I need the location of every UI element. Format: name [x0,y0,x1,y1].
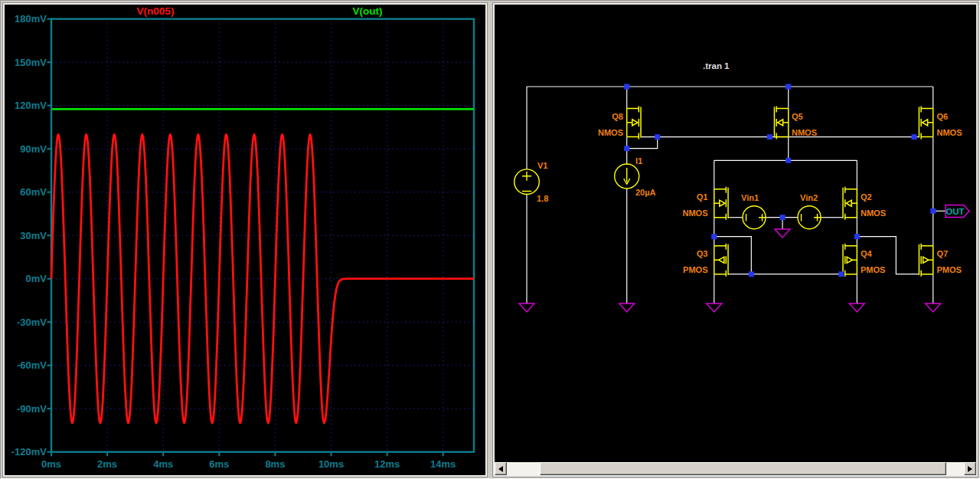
junction-node [749,271,754,277]
x-tick-label: 2ms [97,458,117,470]
y-tick-label: -90mV [17,403,47,415]
out-port-label[interactable]: OUT [946,207,964,216]
tran-directive[interactable]: .tran 1 [703,61,730,71]
label-Vin2[interactable]: Vin2 [800,193,818,202]
horizontal-scrollbar[interactable] [495,462,976,475]
waveform-panel[interactable]: 180mV150mV120mV90mV60mV30mV0mV-30mV-60mV… [3,3,487,477]
plot-background [5,5,485,475]
junction-node [786,84,791,90]
right-arrow-icon [968,466,972,472]
y-tick-label: -60mV [17,359,47,371]
junction-node [930,208,936,214]
junction-node [624,146,629,151]
label-Vin1[interactable]: Vin1 [741,193,759,202]
x-tick-label: 10ms [318,458,344,470]
scrollbar-thumb[interactable] [540,462,946,475]
waveform-plot[interactable]: 180mV150mV120mV90mV60mV30mV0mV-30mV-60mV… [5,5,485,475]
transistor-model-Q1[interactable]: NMOS [683,208,708,218]
transistor-model-Q7[interactable]: PMOS [937,265,962,274]
junction-node [711,234,717,239]
y-tick-label: 60mV [20,186,47,198]
x-tick-label: 8ms [265,458,285,470]
value-V1[interactable]: 1.8 [537,194,548,203]
transistor-ref-Q8[interactable]: Q8 [612,112,623,121]
transistor-model-Q4[interactable]: PMOS [861,265,885,274]
transistor-model-Q8[interactable]: NMOS [598,128,623,137]
junction-node [624,84,629,90]
transistor-model-Q3[interactable]: PMOS [683,265,707,274]
x-tick-label: 14ms [430,458,456,470]
trace-label-vn005[interactable]: V(n005) [137,5,175,17]
scroll-right-button[interactable] [964,462,976,475]
y-tick-label: 180mV [15,13,47,25]
y-tick-label: 90mV [20,143,47,155]
schematic-panel[interactable]: Q8NMOSQ5NMOSQ6NMOSQ1NMOSQ2NMOSQ3PMOSQ4PM… [493,3,978,477]
transistor-ref-Q7[interactable]: Q7 [937,249,949,258]
junction-node [767,134,773,139]
transistor-ref-Q1[interactable]: Q1 [697,192,708,202]
schematic-canvas[interactable]: Q8NMOSQ5NMOSQ6NMOSQ1NMOSQ2NMOSQ3PMOSQ4PM… [495,5,976,462]
transistor-ref-Q2[interactable]: Q2 [861,192,872,202]
trace-label-vout[interactable]: V(out) [353,5,383,17]
transistor-model-Q5[interactable]: NMOS [792,128,817,137]
x-tick-label: 4ms [153,458,173,470]
y-tick-label: 120mV [15,100,47,111]
junction-node [786,158,791,163]
x-tick-label: 12ms [374,458,400,470]
transistor-model-Q2[interactable]: NMOS [861,208,886,218]
schematic-background [495,5,976,462]
label-V1[interactable]: V1 [537,161,547,170]
transistor-ref-Q5[interactable]: Q5 [792,112,803,121]
x-tick-label: 6ms [209,458,229,470]
y-tick-label: 150mV [15,57,47,68]
scroll-left-button[interactable] [495,462,507,475]
y-tick-label: -30mV [17,317,47,328]
x-tick-label: 0ms [41,458,61,470]
y-tick-label: 30mV [20,230,47,241]
transistor-model-Q6[interactable]: NMOS [937,128,962,137]
label-I1[interactable]: I1 [635,156,642,166]
left-arrow-icon [498,466,503,472]
ltspice-window: 180mV150mV120mV90mV60mV30mV0mV-30mV-60mV… [0,0,980,479]
y-tick-label: 0mV [26,273,47,284]
transistor-ref-Q3[interactable]: Q3 [697,249,708,258]
y-tick-label: -120mV [11,446,47,458]
transistor-ref-Q4[interactable]: Q4 [861,249,873,258]
junction-node [780,215,786,220]
junction-node [912,134,917,139]
transistor-ref-Q6[interactable]: Q6 [937,112,949,121]
junction-node [838,271,844,277]
junction-node [655,134,660,139]
value-I1[interactable]: 20µA [635,188,656,197]
junction-node [854,234,860,239]
